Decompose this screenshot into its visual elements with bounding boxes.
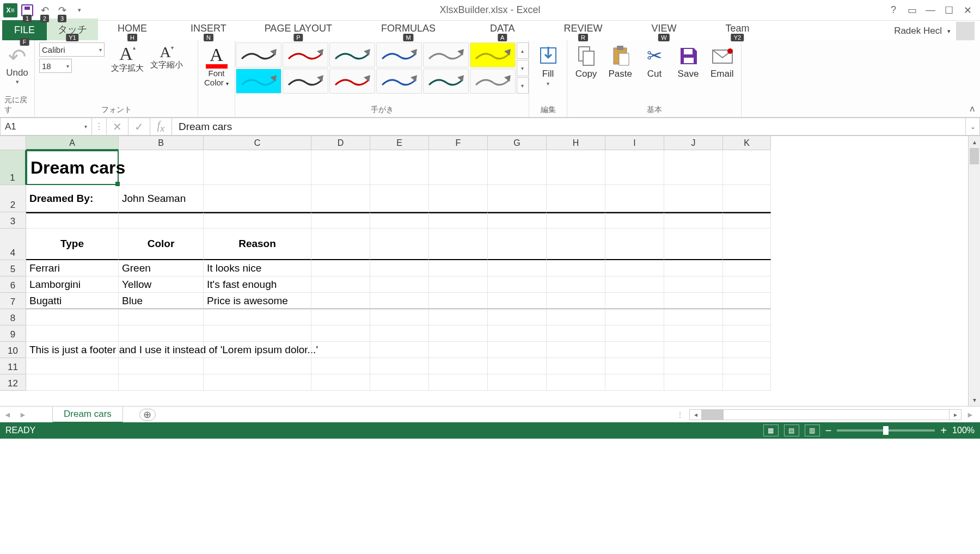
cell-J3[interactable] [664,212,723,229]
cell-H12[interactable] [547,374,605,391]
cell-E10[interactable] [370,342,429,358]
cell-I12[interactable] [605,374,664,391]
cell-J5[interactable] [664,260,723,276]
pen-style-2[interactable] [283,42,328,67]
cell-E7[interactable] [370,293,429,309]
collapse-ribbon-button[interactable]: ʌ [970,103,975,114]
select-all-button[interactable] [0,136,26,150]
row-header-2[interactable]: 2 [0,185,26,212]
page-layout-view-button[interactable]: ▤ [784,424,799,436]
zoom-level[interactable]: 100% [952,426,975,435]
cell-J8[interactable] [664,309,723,325]
cell-E9[interactable] [370,325,429,342]
cell-K8[interactable] [723,309,771,325]
ribbon-tab-formulas[interactable]: FORMULASM [370,19,446,40]
ribbon-tab-page-layout[interactable]: PAGE LAYOUTP [254,19,343,40]
cell-A3[interactable] [26,212,119,229]
cell-I7[interactable] [605,293,664,309]
cell-F4[interactable] [429,229,488,260]
vertical-scrollbar[interactable]: ▴ ▾ [968,136,980,406]
cell-J9[interactable] [664,325,723,342]
cell-F3[interactable] [429,212,488,229]
cell-G10[interactable] [488,342,547,358]
cell-E2[interactable] [370,185,429,212]
font-name-combo[interactable]: Calibri▾ [39,42,105,57]
cell-G3[interactable] [488,212,547,229]
column-header-D[interactable]: D [311,136,370,150]
zoom-slider[interactable] [837,429,935,432]
cell-K3[interactable] [723,212,771,229]
zoom-out-button[interactable]: − [825,424,832,437]
sheet-tab-active[interactable]: Dream cars [52,406,123,423]
sheet-nav-prev[interactable]: ◄ [0,410,15,419]
cell-C4[interactable]: Reason [204,229,311,260]
formula-input[interactable]: Dream cars [172,118,966,136]
cell-A4[interactable]: Type [26,229,119,260]
qat-save-button[interactable]: 1 [20,3,35,18]
column-header-E[interactable]: E [370,136,429,150]
cell-F8[interactable] [429,309,488,325]
cell-H1[interactable] [547,150,605,185]
email-button[interactable]: Email [706,44,738,79]
cell-A6[interactable]: Lamborgini [26,276,119,293]
help-button[interactable]: ? [885,3,902,18]
cell-C12[interactable] [204,374,311,391]
scroll-up-button[interactable]: ▴ [969,136,980,148]
maximize-button[interactable]: ☐ [941,3,957,18]
pen-gallery-expand[interactable]: ▾ [517,77,529,94]
scroll-right-end-button[interactable]: ► [963,410,978,419]
pen-style-5[interactable] [423,42,469,67]
cell-G1[interactable] [488,150,547,185]
cell-E4[interactable] [370,229,429,260]
cell-H9[interactable] [547,325,605,342]
ribbon-tab-team[interactable]: TeamY2 [714,19,760,40]
ribbon-tab-data[interactable]: DATAA [479,19,525,40]
cell-B2[interactable]: John Seaman [119,185,204,212]
cell-I2[interactable] [605,185,664,212]
cell-F12[interactable] [429,374,488,391]
pen-style-6[interactable] [470,42,516,67]
cell-H2[interactable] [547,185,605,212]
cell-K6[interactable] [723,276,771,293]
paste-button[interactable]: Paste [604,44,636,79]
cell-G9[interactable] [488,325,547,342]
cell-E6[interactable] [370,276,429,293]
cell-H3[interactable] [547,212,605,229]
normal-view-button[interactable]: ▦ [763,424,779,436]
cell-G11[interactable] [488,358,547,374]
cell-I9[interactable] [605,325,664,342]
cell-D2[interactable] [311,185,370,212]
cell-J7[interactable] [664,293,723,309]
pen-style-1[interactable] [236,42,281,67]
column-header-F[interactable]: F [429,136,488,150]
cell-I1[interactable] [605,150,664,185]
cell-D7[interactable] [311,293,370,309]
column-header-G[interactable]: G [488,136,547,150]
ribbon-tab-view[interactable]: VIEWW [640,19,687,40]
row-header-12[interactable]: 12 [0,374,26,391]
font-size-combo[interactable]: 18▾ [39,59,72,73]
column-header-A[interactable]: A [26,136,119,150]
row-header-6[interactable]: 6 [0,276,26,293]
cell-G7[interactable] [488,293,547,309]
pen-style-8[interactable] [283,69,328,94]
page-break-view-button[interactable]: ▥ [805,424,820,436]
cell-F5[interactable] [429,260,488,276]
cell-D10[interactable] [311,342,370,358]
cell-K1[interactable] [723,150,771,185]
cell-F1[interactable] [429,150,488,185]
pen-scroll-down[interactable]: ▾ [517,60,529,76]
cell-A12[interactable] [26,374,119,391]
horizontal-scrollbar[interactable]: ◂ ▸ [689,409,961,420]
cell-B6[interactable]: Yellow [119,276,204,293]
qat-customize-button[interactable]: ▾ [72,3,87,18]
cell-J6[interactable] [664,276,723,293]
user-account[interactable]: Radek Hecl▾ [894,22,980,40]
pen-style-10[interactable] [376,69,422,94]
column-header-J[interactable]: J [664,136,723,150]
cell-J1[interactable] [664,150,723,185]
enter-formula-button[interactable]: ✓ [128,118,150,136]
pen-style-12[interactable] [470,69,516,94]
scroll-left-button[interactable]: ◂ [690,410,702,420]
cut-button[interactable]: ✂ Cut [639,44,670,79]
